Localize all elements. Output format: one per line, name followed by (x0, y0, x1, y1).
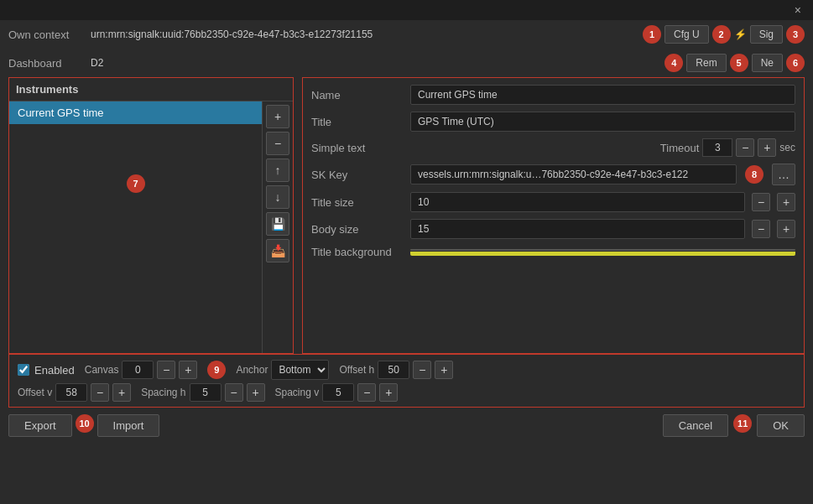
spacing-v-group: Spacing v 5 − + (275, 383, 399, 402)
enabled-label: Enabled (34, 364, 75, 377)
title-bg-bar (410, 252, 795, 256)
right-panel: Name Title Simple text Timeout 3 − + sec… (302, 77, 805, 354)
offset-v-minus-button[interactable]: − (91, 383, 109, 402)
export-button[interactable]: Export (8, 414, 72, 437)
badge-9: 9 (207, 361, 226, 379)
timeout-minus-button[interactable]: − (736, 138, 754, 157)
name-input[interactable] (410, 85, 795, 105)
title-size-row: Title size 10 − + (311, 192, 795, 212)
own-context-buttons: 1 Cfg U 2 ⚡ Sig 3 (643, 25, 805, 44)
offset-h-minus-button[interactable]: − (413, 361, 431, 379)
title-bg-label: Title background (311, 246, 404, 258)
badge-10: 10 (76, 414, 94, 433)
own-context-value: urn:mrn:signalk:uuid:76bb2350-c92e-4e47-… (91, 29, 636, 40)
save-instrument-button[interactable]: 💾 (266, 212, 289, 236)
bottom-controls: Enabled Canvas 0 − + 9 Anchor Bottom Top… (8, 354, 805, 408)
spacing-v-plus-button[interactable]: + (379, 383, 398, 402)
sk-key-row: SK Key vessels.urn:mrn:signalk:u…76bb235… (311, 164, 795, 185)
offset-h-label: Offset h (339, 364, 374, 376)
ok-button[interactable]: OK (757, 414, 805, 437)
name-row: Name (311, 85, 795, 105)
remove-instrument-button[interactable]: − (266, 132, 289, 155)
spacing-v-value: 5 (322, 383, 354, 402)
add-instrument-button[interactable]: + (266, 105, 289, 128)
spacing-h-value: 5 (190, 383, 221, 402)
instruments-title: Instruments (9, 78, 293, 101)
canvas-group: Canvas 0 − + (85, 361, 198, 379)
list-item[interactable]: Current GPS time (9, 101, 262, 124)
title-input[interactable] (410, 112, 795, 132)
anchor-label: Anchor (236, 364, 268, 376)
remove-button[interactable]: Rem (686, 54, 726, 72)
move-down-button[interactable]: ↓ (266, 185, 289, 209)
enabled-group: Enabled (18, 364, 75, 377)
title-size-minus-button[interactable]: − (752, 193, 770, 211)
own-context-label: Own context (8, 29, 84, 41)
spacing-h-plus-button[interactable]: + (247, 383, 265, 402)
badge-2: 2 (712, 25, 731, 44)
import-instrument-button[interactable]: 📥 (266, 239, 289, 262)
instruments-area: Current GPS time 7 + − ↑ ↓ 💾 📥 (9, 101, 293, 353)
offset-v-plus-button[interactable]: + (112, 383, 131, 402)
title-size-plus-button[interactable]: + (777, 193, 795, 211)
offset-h-plus-button[interactable]: + (435, 361, 453, 379)
body-size-minus-button[interactable]: − (752, 220, 770, 238)
spacing-h-minus-button[interactable]: − (225, 383, 243, 402)
badge-6: 6 (786, 54, 805, 72)
badge-8: 8 (745, 165, 763, 184)
badge-4: 4 (664, 54, 683, 72)
bottom-row-2: Offset v 58 − + Spacing h 5 − + Spacing … (18, 383, 795, 402)
offset-v-label: Offset v (18, 387, 52, 398)
close-button[interactable]: × (790, 2, 806, 18)
canvas-minus-button[interactable]: − (157, 361, 175, 379)
enabled-checkbox[interactable] (18, 364, 29, 376)
badge-11: 11 (733, 414, 752, 433)
canvas-label: Canvas (85, 364, 119, 376)
badge-5: 5 (730, 54, 748, 72)
name-label: Name (311, 89, 404, 101)
canvas-value: 0 (122, 361, 154, 379)
dashboard-label: Dashboard (8, 57, 84, 70)
lightning-icon: ⚡ (734, 29, 747, 40)
spacing-v-minus-button[interactable]: − (357, 383, 376, 402)
title-bg-swatch[interactable] (410, 249, 795, 251)
bottom-row-1: Enabled Canvas 0 − + 9 Anchor Bottom Top… (18, 360, 795, 380)
timeout-group: Timeout 3 − + sec (660, 138, 795, 157)
offset-h-group: Offset h 50 − + (339, 361, 453, 379)
spacing-h-group: Spacing h 5 − + (141, 383, 264, 402)
anchor-group: Anchor Bottom Top Left Right Center (236, 360, 329, 380)
canvas-plus-button[interactable]: + (179, 361, 197, 379)
left-panel: Instruments Current GPS time 7 + − ↑ ↓ 💾… (8, 77, 294, 354)
side-buttons: + − ↑ ↓ 💾 📥 (262, 101, 293, 353)
main-area: Instruments Current GPS time 7 + − ↑ ↓ 💾… (0, 77, 813, 354)
badge-3: 3 (786, 25, 805, 44)
body-size-plus-button[interactable]: + (777, 220, 795, 238)
cfg-button[interactable]: Cfg U (664, 25, 709, 44)
new-button[interactable]: Ne (752, 54, 783, 72)
sk-key-browse-button[interactable]: … (772, 164, 795, 185)
dashboard-value: D2 (91, 57, 658, 69)
sig-button[interactable]: Sig (750, 25, 783, 44)
move-up-button[interactable]: ↑ (266, 158, 289, 182)
simple-text-label: Simple text (311, 142, 404, 154)
title-bar: × (0, 0, 813, 20)
sk-key-value: vessels.urn:mrn:signalk:u…76bb2350-c92e-… (410, 164, 737, 184)
footer-right: Cancel 11 OK (663, 414, 805, 437)
title-bg-row: Title background (311, 246, 795, 258)
timeout-label: Timeout (660, 142, 699, 154)
title-label: Title (311, 116, 404, 128)
footer: Export 10 Import Cancel 11 OK (0, 409, 813, 442)
timeout-plus-button[interactable]: + (758, 138, 776, 157)
badge-7: 7 (127, 174, 145, 193)
spacing-h-label: Spacing h (141, 387, 185, 398)
title-size-value: 10 (410, 192, 745, 212)
anchor-select[interactable]: Bottom Top Left Right Center (271, 360, 329, 380)
cancel-button[interactable]: Cancel (663, 414, 728, 437)
offset-v-group: Offset v 58 − + (18, 383, 131, 402)
title-size-label: Title size (311, 196, 404, 209)
badge-1: 1 (643, 25, 661, 44)
spacing-v-label: Spacing v (275, 387, 320, 398)
import-button[interactable]: Import (97, 414, 160, 437)
body-size-value: 15 (410, 219, 745, 239)
dashboard-row: Dashboard D2 4 Rem 5 Ne 6 (0, 49, 813, 77)
